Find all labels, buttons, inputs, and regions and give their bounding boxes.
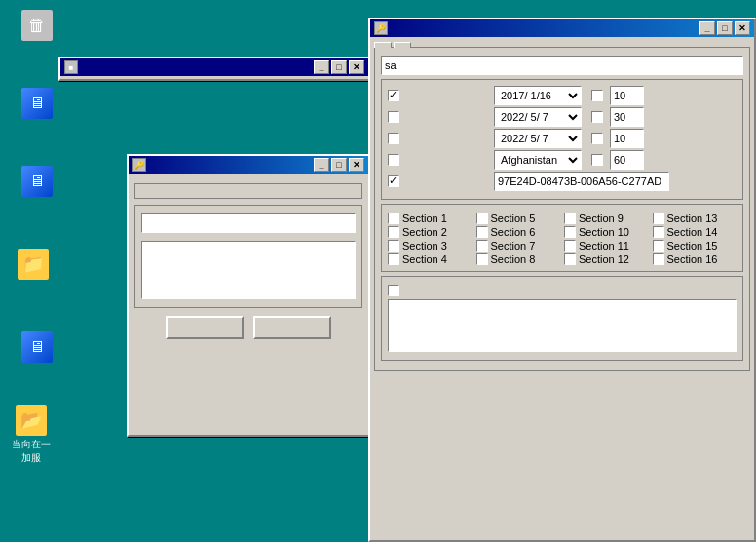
recycle-bin-icon[interactable]: 🗑 [8,10,66,43]
section-16-checkbox[interactable] [653,253,664,265]
section-7-item: Section 7 [476,240,561,252]
tab-content: 2017/ 1/16 [374,47,750,371]
server-icon: 🔑 [374,21,388,35]
product-window: 🔑 _ □ ✕ [127,154,370,437]
section-11-checkbox[interactable] [564,240,576,252]
expiry-row: 2017/ 1/16 [388,86,737,105]
key-textarea[interactable] [141,241,356,299]
reg-after-dropdown[interactable]: 2022/ 5/ 7 [494,107,582,127]
global-time-checkbox[interactable] [591,154,603,166]
reg-key-group [381,276,743,361]
sections-group: Section 1 Section 5 Section 9 Section 13… [381,204,743,272]
section-4-checkbox[interactable] [388,253,399,265]
section-1-checkbox[interactable] [388,213,399,224]
hw-id-label [388,175,490,187]
section-12-checkbox[interactable] [564,253,576,265]
section-8-checkbox[interactable] [476,253,488,265]
reg-before-row: 2022/ 5/ 7 [388,129,737,148]
section-7-checkbox[interactable] [476,240,488,252]
product-icon: 🔑 [132,158,146,172]
name-input[interactable] [141,213,356,233]
hw-id-row [388,172,737,191]
section-4-item: Section 4 [388,253,472,265]
section-11-item: Section 11 [564,240,649,252]
cmd-maximize-button[interactable]: □ [331,60,347,74]
desktop-icon-2[interactable]: 🖥 [8,166,66,199]
key-properties-group: 2017/ 1/16 [381,79,743,200]
run-time-input[interactable] [610,129,644,148]
section-5-item: Section 5 [476,213,561,224]
server-titlebar: 🔑 _ □ ✕ [370,19,754,37]
section-5-checkbox[interactable] [476,213,488,224]
reg-after-checkbox[interactable] [388,111,399,123]
cmd-window: ■ _ □ ✕ [58,57,370,81]
country-lock-checkbox[interactable] [388,154,399,166]
section-9-item: Section 9 [564,213,649,224]
section-12-item: Section 12 [564,253,649,265]
product-maximize-button[interactable]: □ [331,158,347,172]
cmd-titlebar: ■ _ □ ✕ [60,58,368,76]
try-button[interactable] [166,316,244,339]
days-checkbox[interactable] [591,111,603,123]
cmd-minimize-button[interactable]: _ [314,60,329,74]
days-input[interactable] [610,107,644,127]
run-time-checkbox[interactable] [591,133,603,144]
section-6-checkbox[interactable] [476,226,488,238]
section-15-item: Section 15 [653,240,737,252]
reg-info-group [134,205,362,308]
section-10-item: Section 10 [564,226,649,238]
hw-id-input[interactable] [494,172,669,191]
re-button[interactable] [253,316,331,339]
section-8-item: Section 8 [476,253,561,265]
section-13-item: Section 13 [653,213,737,224]
product-close-button[interactable]: ✕ [349,158,364,172]
server-minimize-button[interactable]: _ [699,21,715,35]
reg-after-label [388,111,490,123]
section-3-checkbox[interactable] [388,240,399,252]
section-2-item: Section 2 [388,226,472,238]
desktop-icon-3[interactable]: 🖥 [8,331,66,365]
country-lock-dropdown[interactable]: Afghanistan [494,150,582,170]
product-content [129,174,368,345]
expiry-dropdown[interactable]: 2017/ 1/16 [494,86,582,105]
section-14-checkbox[interactable] [653,226,664,238]
product-titlebar: 🔑 _ □ ✕ [129,156,368,174]
sections-grid: Section 1 Section 5 Section 9 Section 13… [388,213,737,265]
reg-after-row: 2022/ 5/ 7 [388,107,737,127]
reg-name-section [381,56,743,75]
desktop-icon-1[interactable]: 🖥 [8,88,66,121]
reg-before-checkbox[interactable] [388,133,399,144]
section-2-checkbox[interactable] [388,226,399,238]
expiry-label [388,90,490,101]
section-3-item: Section 3 [388,240,472,252]
create-folder-icon[interactable]: 📁 [4,249,62,282]
reg-name-input[interactable] [381,56,743,75]
section-10-checkbox[interactable] [564,226,576,238]
section-1-item: Section 1 [388,213,472,224]
reg-key-textarea[interactable] [388,299,737,352]
tab-keys-generator[interactable] [374,42,392,48]
product-button-row [134,316,362,339]
section-9-checkbox[interactable] [564,213,576,224]
server-close-button[interactable]: ✕ [735,21,750,35]
desktop-icon-4[interactable]: 📂 当向在一加服 [2,405,60,465]
cmd-close-button[interactable]: ✕ [349,60,364,74]
hw-id-checkbox[interactable] [388,175,399,187]
executions-input[interactable] [610,86,644,105]
server-maximize-button[interactable]: □ [717,21,733,35]
country-lock-row: Afghanistan [388,150,737,170]
server-content: 2017/ 1/16 [370,37,754,375]
section-15-checkbox[interactable] [653,240,664,252]
cmd-icon: ■ [64,60,78,74]
section-13-checkbox[interactable] [653,213,664,224]
tab-license-log[interactable] [394,42,411,48]
server-window: 🔑 _ □ ✕ [368,18,756,542]
product-minimize-button[interactable]: _ [314,158,329,172]
section-14-item: Section 14 [653,226,737,238]
expiry-checkbox[interactable] [388,90,399,101]
executions-checkbox[interactable] [591,90,603,101]
add-hyphens-checkbox[interactable] [388,285,399,296]
global-time-input[interactable] [610,150,644,170]
reg-before-dropdown[interactable]: 2022/ 5/ 7 [494,129,582,148]
hardware-id-group [134,183,362,199]
